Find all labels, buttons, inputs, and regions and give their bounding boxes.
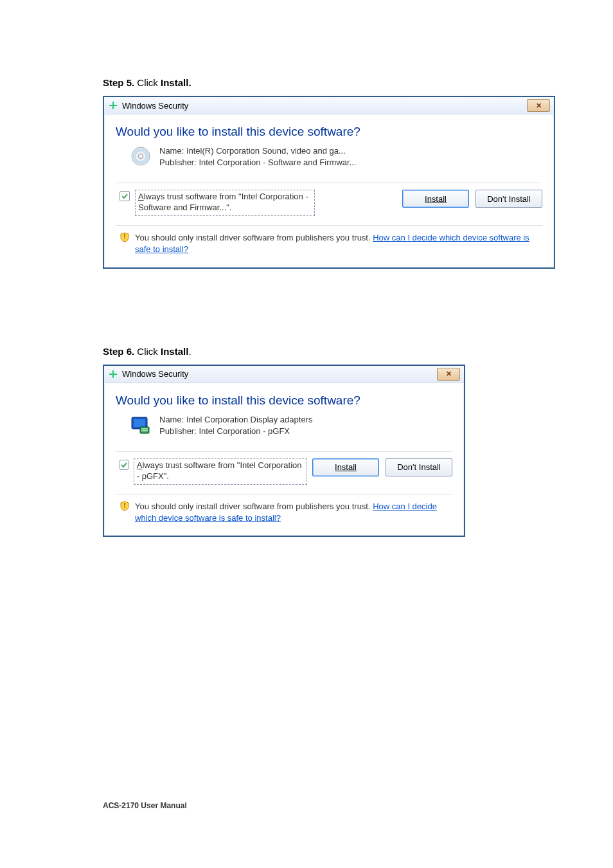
footer-row: ! You should only install driver softwar… xyxy=(120,501,449,524)
button-group: Install Don't Install xyxy=(312,458,452,476)
install-button[interactable]: Install xyxy=(312,458,379,476)
always-trust-label: Always trust software from "Intel Corpor… xyxy=(134,458,307,485)
device-info-row: Name: Intel(R) Corporation Sound, video … xyxy=(130,145,542,168)
close-button[interactable]: ✕ xyxy=(437,368,460,381)
trust-rest: lways trust software from "Intel Corpora… xyxy=(137,460,302,481)
device-name: Name: Intel Corporation Display adapters xyxy=(159,414,312,426)
step6-bold2: Install xyxy=(161,346,188,357)
step6-prefix: Step 6. xyxy=(103,346,134,357)
shield-icon: ! xyxy=(120,501,130,511)
device-publisher: Publisher: Intel Corporation - pGFX xyxy=(159,426,312,437)
step5-caption: Step 5. Click Install. xyxy=(103,77,510,88)
divider xyxy=(116,225,542,226)
security-dialog-step5: Windows Security ✕ Would you like to ins… xyxy=(103,96,555,269)
step5-block: Step 5. Click Install. Windows Security … xyxy=(103,77,510,269)
dialog-title: Windows Security xyxy=(122,101,188,111)
dont-install-button[interactable]: Don't Install xyxy=(475,190,542,208)
divider xyxy=(116,183,542,183)
dont-install-button[interactable]: Don't Install xyxy=(386,458,452,476)
step6-caption: Step 6. Click Install. xyxy=(103,346,510,357)
security-icon xyxy=(108,100,118,111)
button-group: Install Don't Install xyxy=(402,190,542,208)
step5-bold2: Install. xyxy=(161,77,191,88)
step6-tail: . xyxy=(188,346,191,357)
action-row: Always trust software from "Intel Corpor… xyxy=(120,458,452,494)
titlebar: Windows Security ✕ xyxy=(104,366,464,383)
footer-text: You should only install driver software … xyxy=(135,232,538,255)
svg-text:!: ! xyxy=(123,233,125,240)
security-icon xyxy=(108,369,118,379)
divider xyxy=(116,494,452,494)
action-row: Always trust software from "Intel Corpor… xyxy=(120,190,542,225)
always-trust-checkbox[interactable] xyxy=(120,460,129,470)
device-publisher: Publisher: Intel Corporation - Software … xyxy=(159,157,356,168)
titlebar: Windows Security ✕ xyxy=(104,97,554,114)
svg-rect-12 xyxy=(141,430,148,431)
footer-plain: You should only install driver software … xyxy=(135,233,373,242)
device-name: Name: Intel(R) Corporation Sound, video … xyxy=(159,145,356,157)
question-text: Would you like to install this device so… xyxy=(116,125,542,139)
cd-icon xyxy=(130,145,152,167)
step6-mid: Click xyxy=(134,346,161,357)
device-info-row: Name: Intel Corporation Display adapters… xyxy=(130,414,452,437)
dialog-body: Would you like to install this device so… xyxy=(104,114,554,267)
svg-rect-9 xyxy=(134,419,145,427)
dialog-body: Would you like to install this device so… xyxy=(104,383,464,536)
page-footer: ACS-2170 User Manual xyxy=(103,801,187,810)
question-text: Would you like to install this device so… xyxy=(116,393,452,408)
close-button[interactable]: ✕ xyxy=(527,99,550,112)
footer-text: You should only install driver software … xyxy=(135,501,449,524)
dialog-title: Windows Security xyxy=(122,369,188,379)
svg-text:!: ! xyxy=(123,502,125,509)
footer-row: ! You should only install driver softwar… xyxy=(120,232,538,255)
security-dialog-step6: Windows Security ✕ Would you like to ins… xyxy=(103,365,465,538)
divider xyxy=(116,451,452,452)
display-adapter-icon xyxy=(130,414,152,436)
step5-mid: Click xyxy=(134,77,161,88)
trust-mnemonic: A xyxy=(138,192,144,201)
trust-rest: lways trust software from "Intel Corpora… xyxy=(138,192,308,212)
svg-rect-11 xyxy=(141,428,148,429)
device-info-text: Name: Intel Corporation Display adapters… xyxy=(159,414,312,437)
step5-prefix: Step 5. xyxy=(103,77,134,88)
always-trust-checkbox[interactable] xyxy=(120,191,130,201)
svg-point-4 xyxy=(139,154,143,159)
svg-rect-7 xyxy=(112,370,114,378)
shield-icon: ! xyxy=(120,232,130,242)
svg-rect-1 xyxy=(112,102,114,109)
device-info-text: Name: Intel(R) Corporation Sound, video … xyxy=(159,145,356,168)
install-button[interactable]: Install xyxy=(402,190,469,208)
always-trust-label: Always trust software from "Intel Corpor… xyxy=(135,190,315,216)
footer-plain: You should only install driver software … xyxy=(135,502,373,511)
step6-block: Step 6. Click Install. Windows Security … xyxy=(103,346,510,538)
